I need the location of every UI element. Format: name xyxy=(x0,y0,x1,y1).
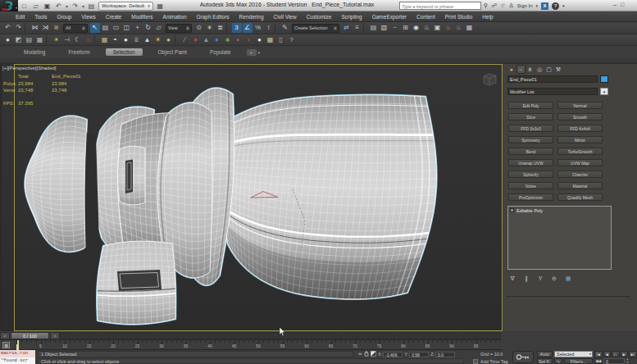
modifier-button-symmetry[interactable]: Symmetry xyxy=(508,136,553,143)
next-frame-button[interactable]: > xyxy=(50,332,60,339)
creature-squirrel-icon[interactable]: ◖ xyxy=(244,35,254,45)
selection-lock-icon[interactable] xyxy=(364,350,369,358)
help-dropdown-icon[interactable]: ▾ xyxy=(562,2,565,10)
curve-editor-icon[interactable]: ~ xyxy=(390,23,400,33)
add-time-tag[interactable]: Add Time Tag xyxy=(480,359,508,364)
render-iterative-icon[interactable]: ♨ xyxy=(454,23,464,33)
selection-set-dropdown[interactable]: Selected ▾ xyxy=(554,351,593,357)
batch-render-icon[interactable]: ▦ xyxy=(35,35,45,45)
modifier-button-bend[interactable]: Bend xyxy=(508,148,553,155)
key-mode-toggle[interactable]: ◀◀ xyxy=(594,358,603,364)
material-editor-icon[interactable]: ◉ xyxy=(412,23,421,33)
selection-filter-combo[interactable]: All▾ xyxy=(63,24,88,33)
go-to-end-button[interactable]: ▶| xyxy=(629,351,637,357)
exchange-apps-icon[interactable]: X xyxy=(541,2,548,10)
layer-explorer-icon[interactable]: ▤ xyxy=(369,23,379,33)
sunlight-icon[interactable]: ☀ xyxy=(153,35,163,45)
absolute-offset-mode-icon[interactable] xyxy=(371,351,376,358)
reference-coordinate-system-combo[interactable]: View▾ xyxy=(166,24,192,33)
pin-stack-icon[interactable]: ∇ xyxy=(508,275,516,283)
panel-tab-hierarchy[interactable]: ⋔ xyxy=(526,65,535,74)
ribbon-tab-object-paint[interactable]: Object Paint xyxy=(151,48,194,56)
previous-frame-button[interactable]: < xyxy=(0,332,10,339)
track-bar[interactable]: ▦ 5101520253035404550556065707580859095 xyxy=(0,340,503,350)
modifier-button-smooth[interactable]: Smooth xyxy=(557,113,603,121)
remove-modifier-icon[interactable]: ⊖ xyxy=(550,275,558,283)
render-teapot-icon[interactable]: ♨ xyxy=(84,35,93,45)
x-coordinate-field[interactable]: -1.406 xyxy=(383,352,403,357)
building-populate-icon[interactable]: ▦ xyxy=(266,35,275,45)
perspective-viewport[interactable] xyxy=(2,64,503,331)
modifier-button-ffd-3x3x3[interactable]: FFD 3x3x3 xyxy=(508,125,553,132)
menu-graph-editors[interactable]: Graph Editors xyxy=(192,14,234,20)
modifier-button-prooptimizer[interactable]: ProOptimizer xyxy=(508,193,553,201)
select-object-icon[interactable]: ↖ xyxy=(90,23,100,33)
menu-tools[interactable]: Tools xyxy=(30,14,52,20)
earth-geolocate-icon[interactable]: ● xyxy=(212,35,222,45)
spinner-down-icon[interactable]: ▾ xyxy=(626,362,630,364)
modifier-button-normal[interactable]: Normal xyxy=(557,102,603,109)
go-to-start-button[interactable]: |◀ xyxy=(594,351,603,357)
search-icon[interactable]: ⚲ xyxy=(484,2,488,10)
open-in-viewport-icon[interactable]: ▦ xyxy=(465,23,475,33)
box-primitive-icon[interactable]: ▯ xyxy=(276,35,286,45)
menu-gameexporter[interactable]: GameExporter xyxy=(367,14,412,20)
creature-fox-icon[interactable]: ◗ xyxy=(234,35,243,45)
select-and-move-icon[interactable]: + xyxy=(133,23,143,33)
time-configuration-icon[interactable] xyxy=(630,358,636,364)
menu-help[interactable]: Help xyxy=(477,14,498,20)
menu-civil-view[interactable]: Civil View xyxy=(269,14,302,20)
modifier-button-quadify-mesh[interactable]: Quadify Mesh xyxy=(557,193,603,201)
key-filters-button[interactable]: Filters... xyxy=(564,358,593,364)
communication-center-icon[interactable]: ☍ xyxy=(491,2,497,10)
mirror-icon[interactable]: ⇄ xyxy=(342,23,352,33)
open-mini-curve-editor-icon[interactable]: ▦ xyxy=(2,342,10,348)
modifier-button-spherify[interactable]: Spherify xyxy=(508,171,553,178)
modifier-list-dropdown[interactable]: Modifier List xyxy=(507,88,598,95)
env-sphere-icon[interactable]: ● xyxy=(121,35,131,45)
z-coordinate-field[interactable]: 0.0 xyxy=(435,352,455,357)
edit-named-selection-sets-icon[interactable]: ✎ xyxy=(280,23,290,33)
render-production-icon[interactable]: ♨ xyxy=(444,23,453,33)
menu-animation[interactable]: Animation xyxy=(158,14,192,20)
render-setup-icon[interactable]: ♨ xyxy=(422,23,432,33)
modifier-button-uvw-map[interactable]: UVW Map xyxy=(557,159,603,166)
maximize-button[interactable]: □ xyxy=(621,2,624,7)
listener-line[interactable]: "found scr xyxy=(0,357,35,364)
time-slider-handle[interactable]: 0 / 100 xyxy=(11,332,49,339)
measure-distance-icon[interactable]: ∕ xyxy=(180,35,190,45)
next-frame-button[interactable]: ▶ xyxy=(621,351,629,357)
panel-tab-create[interactable]: ● xyxy=(507,65,516,74)
snaps-toggle-icon[interactable]: 3 xyxy=(232,23,242,33)
show-end-result-icon[interactable]: ∥ xyxy=(522,275,530,283)
ribbon-tab-freeform[interactable]: Freeform xyxy=(61,48,97,56)
menu-group[interactable]: Group xyxy=(52,14,76,20)
play-animation-button[interactable]: ▷ xyxy=(612,351,620,357)
modifier-button-noise[interactable]: Noise xyxy=(508,182,553,189)
modifier-stack[interactable]: Editable Poly xyxy=(507,206,612,270)
modifier-button-turbosmooth[interactable]: TurboSmooth xyxy=(557,148,603,155)
select-and-scale-icon[interactable]: ▱ xyxy=(154,23,164,33)
modifier-button-ffd-4x4x4[interactable]: FFD 4x4x4 xyxy=(557,125,603,132)
menu-print-studio[interactable]: Print Studio xyxy=(440,14,478,20)
graphite-ribbon-toggle-icon[interactable]: ▧ xyxy=(380,23,389,33)
menu-rendering[interactable]: Rendering xyxy=(234,14,269,20)
ribbon-tab-modeling[interactable]: Modeling xyxy=(16,48,52,56)
env-dome-icon[interactable]: ◓ xyxy=(111,35,121,45)
sign-in-dropdown-icon[interactable]: ▾ xyxy=(535,2,538,10)
menu-modifiers[interactable]: Modifiers xyxy=(126,14,157,20)
help-mode-icon[interactable]: ? xyxy=(287,35,297,45)
select-by-name-icon[interactable]: ▤ xyxy=(101,23,111,33)
viewport-label[interactable]: [+][Perspective][Shaded] xyxy=(2,66,57,71)
ribbon-display-toggle[interactable]: ▪ ▾ xyxy=(247,49,261,56)
object-color-swatch[interactable] xyxy=(600,75,608,83)
stack-item-editable-poly[interactable]: Editable Poly xyxy=(508,207,611,214)
unlink-selection-icon[interactable]: ⋊ xyxy=(41,23,51,33)
panel-tab-motion[interactable]: ◎ xyxy=(535,65,544,74)
select-and-manipulate-icon[interactable]: ∗ xyxy=(205,23,215,33)
terrain-icon[interactable]: ▲ xyxy=(202,35,212,45)
maxscript-mini-listener[interactable]: macros.run "found scr xyxy=(0,350,35,364)
rectangular-selection-region-icon[interactable]: ▭ xyxy=(111,23,121,33)
sign-in-button[interactable]: Sign In xyxy=(517,3,533,8)
percent-snap-toggle-icon[interactable]: % xyxy=(253,23,263,33)
